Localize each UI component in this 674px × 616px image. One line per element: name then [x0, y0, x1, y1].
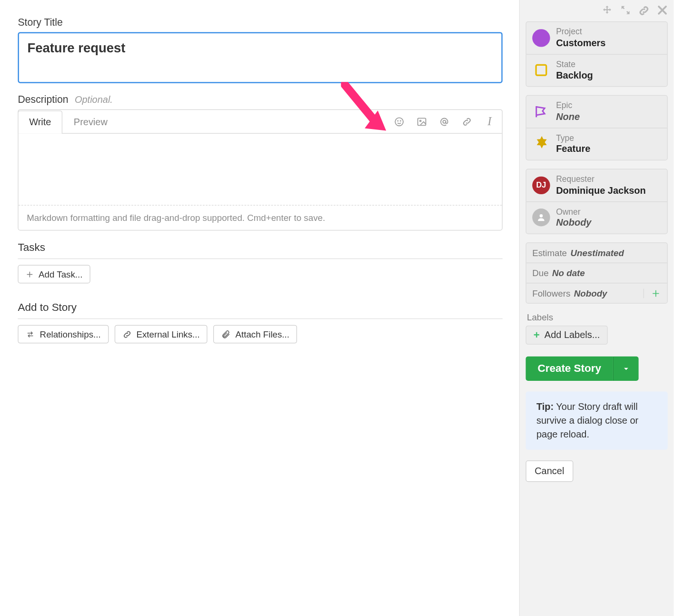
followers-field[interactable]: Followers Nobody [526, 283, 667, 303]
permalink-icon[interactable] [638, 5, 650, 17]
requester-avatar: DJ [532, 176, 550, 194]
svg-point-2 [400, 120, 401, 121]
svg-rect-6 [536, 65, 546, 76]
epic-icon [532, 103, 550, 120]
project-field[interactable]: Project Customers [526, 22, 667, 54]
main-panel: Story Title Description Optional. Write … [0, 0, 519, 616]
estimate-field[interactable]: Estimate Unestimated [526, 243, 667, 262]
state-field[interactable]: State Backlog [526, 54, 667, 86]
tasks-heading: Tasks [18, 241, 502, 256]
description-label: Description Optional. [18, 94, 502, 106]
type-field[interactable]: Type Feature [526, 128, 667, 160]
description-box: Write Preview I [18, 109, 502, 231]
italic-icon[interactable]: I [484, 116, 495, 127]
add-labels-button[interactable]: + Add Labels... [525, 326, 607, 345]
attach-files-button[interactable]: Attach Files... [213, 325, 297, 344]
state-icon [532, 61, 550, 79]
add-to-story-buttons: Relationships... External Links... Attac… [18, 325, 502, 344]
tip-box: Tip: Your Story draft will survive a dia… [525, 391, 667, 449]
create-story-button[interactable]: Create Story [525, 357, 613, 381]
link-icon[interactable] [462, 116, 472, 127]
svg-point-7 [540, 214, 543, 218]
svg-point-1 [397, 120, 398, 121]
create-story-dropdown[interactable] [613, 357, 639, 381]
mention-icon[interactable] [439, 116, 449, 127]
relationships-button[interactable]: Relationships... [18, 325, 108, 344]
add-follower-button[interactable] [644, 288, 661, 298]
close-icon[interactable] [657, 5, 667, 17]
description-optional: Optional. [75, 94, 113, 104]
epic-field[interactable]: Epic None [526, 96, 667, 128]
svg-point-0 [395, 118, 403, 126]
story-title-label: Story Title [18, 17, 502, 29]
owner-field[interactable]: Owner Nobody [526, 201, 667, 233]
move-icon[interactable] [601, 5, 613, 17]
add-to-story-heading: Add to Story [18, 301, 502, 316]
tab-preview[interactable]: Preview [62, 110, 119, 134]
image-icon[interactable] [416, 116, 427, 127]
project-color-icon [532, 29, 550, 47]
emoji-icon[interactable] [394, 116, 404, 127]
cancel-button[interactable]: Cancel [525, 460, 573, 482]
link-icon [122, 329, 132, 339]
swap-icon [26, 330, 35, 338]
description-hint: Markdown formatting and file drag-and-dr… [19, 205, 502, 230]
editor-toolbar: I [394, 116, 495, 127]
svg-rect-3 [418, 118, 426, 125]
plus-icon: + [534, 330, 540, 340]
owner-avatar-icon [532, 209, 550, 226]
external-links-button[interactable]: External Links... [114, 325, 208, 344]
due-field[interactable]: Due No date [526, 263, 667, 283]
description-textarea[interactable] [19, 134, 502, 205]
tab-write[interactable]: Write [18, 110, 62, 134]
type-icon [532, 135, 550, 153]
svg-point-4 [420, 120, 421, 121]
story-title-input[interactable] [18, 32, 502, 83]
side-panel: Project Customers State Backlog [519, 0, 674, 616]
add-task-button[interactable]: Add Task... [18, 265, 90, 284]
expand-icon[interactable] [620, 5, 631, 17]
window-controls [525, 3, 667, 21]
requester-field[interactable]: DJ Requester Dominique Jackson [526, 169, 667, 201]
description-tabs: Write Preview I [19, 110, 502, 134]
paperclip-icon [221, 329, 231, 339]
chevron-down-icon [622, 365, 630, 373]
labels-heading: Labels [527, 312, 668, 322]
plus-icon [26, 270, 34, 278]
